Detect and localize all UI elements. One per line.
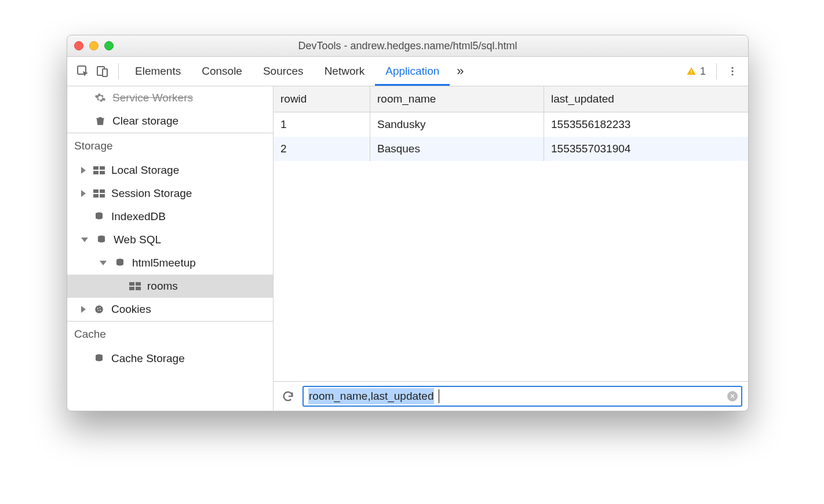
data-pane: rowid room_name last_updated 1 Sandusky …	[274, 86, 748, 411]
trash-icon	[94, 116, 107, 126]
table-icon	[93, 165, 105, 176]
sidebar-item-label: Cookies	[111, 303, 151, 316]
table-icon	[129, 281, 141, 291]
column-header-rowid[interactable]: rowid	[274, 86, 370, 112]
svg-rect-13	[100, 189, 105, 193]
query-selected-text: room_name,last_updated	[308, 388, 434, 404]
svg-point-5	[731, 67, 733, 69]
table-row[interactable]: 2 Basques 1553557031904	[274, 137, 748, 161]
tab-application[interactable]: Application	[375, 57, 450, 86]
database-icon	[93, 211, 105, 222]
table-icon	[93, 188, 105, 199]
text-caret	[439, 389, 439, 403]
zoom-window-button[interactable]	[104, 41, 114, 50]
warning-icon	[686, 66, 697, 76]
sql-query-input[interactable]: room_name,last_updated ✕	[302, 386, 742, 407]
sidebar-item-label: Web SQL	[114, 233, 161, 246]
svg-rect-11	[100, 171, 105, 174]
svg-rect-9	[100, 166, 105, 170]
gear-icon	[94, 93, 107, 103]
traffic-lights	[74, 41, 114, 50]
sidebar-item-local-storage[interactable]: Local Storage	[67, 159, 273, 182]
column-header-last-updated[interactable]: last_updated	[544, 86, 748, 112]
minimize-window-button[interactable]	[89, 41, 99, 50]
sidebar-item-websql[interactable]: Web SQL	[67, 228, 273, 251]
grid-header: rowid room_name last_updated	[274, 86, 748, 112]
svg-rect-15	[100, 194, 105, 198]
svg-point-24	[97, 308, 99, 309]
svg-rect-12	[93, 189, 99, 193]
warnings-count: 1	[700, 65, 706, 78]
close-window-button[interactable]	[74, 41, 83, 50]
sidebar-item-session-storage[interactable]: Session Storage	[67, 182, 273, 205]
svg-rect-21	[129, 287, 134, 290]
sidebar-item-indexeddb[interactable]: IndexedDB	[67, 205, 273, 228]
collapse-icon	[81, 238, 88, 242]
sidebar-item-label: Clear storage	[112, 115, 178, 127]
cell-last-updated: 1553557031904	[544, 137, 748, 161]
svg-rect-2	[103, 69, 107, 76]
sidebar-item-service-workers[interactable]: Service Workers	[67, 86, 273, 109]
sidebar-item-label: html5meetup	[132, 257, 196, 269]
svg-rect-8	[93, 166, 99, 170]
sidebar-item-label: Session Storage	[111, 187, 192, 200]
sidebar-item-websql-db[interactable]: html5meetup	[67, 251, 273, 275]
sidebar-item-cache-storage[interactable]: Cache Storage	[67, 347, 273, 370]
warnings-indicator[interactable]: 1	[686, 65, 706, 78]
expand-icon	[81, 306, 86, 313]
collapse-icon	[100, 261, 107, 265]
tab-sources[interactable]: Sources	[253, 57, 314, 86]
inspect-element-icon[interactable]	[73, 61, 93, 81]
refresh-icon	[282, 390, 294, 403]
tab-elements[interactable]: Elements	[125, 57, 191, 86]
query-bar: room_name,last_updated ✕	[274, 381, 748, 411]
refresh-button[interactable]	[279, 388, 297, 405]
cookie-icon	[93, 304, 105, 315]
expand-icon	[81, 190, 86, 197]
tab-separator-right	[716, 63, 717, 79]
sidebar-item-label: Local Storage	[111, 164, 179, 177]
svg-point-26	[100, 309, 101, 311]
svg-point-6	[731, 70, 733, 72]
application-sidebar: Service Workers Clear storage Storage	[67, 86, 274, 411]
column-header-room-name[interactable]: room_name	[370, 86, 544, 112]
svg-rect-19	[129, 282, 134, 286]
tab-network[interactable]: Network	[314, 57, 375, 86]
svg-rect-22	[136, 287, 141, 290]
svg-point-7	[731, 74, 733, 75]
sidebar-item-cookies[interactable]: Cookies	[67, 298, 273, 321]
section-cache: Cache	[67, 321, 273, 347]
device-toolbar-icon[interactable]	[93, 61, 112, 81]
svg-rect-14	[93, 194, 99, 198]
window-title: DevTools - andrew.hedges.name/html5/sql.…	[67, 40, 748, 52]
svg-rect-4	[691, 73, 692, 74]
sidebar-item-label: Cache Storage	[111, 352, 185, 365]
sidebar-item-websql-table[interactable]: rooms	[67, 275, 273, 298]
svg-point-23	[95, 305, 103, 313]
svg-point-27	[98, 310, 99, 311]
panel-tabs: Elements Console Sources Network Applica…	[67, 57, 748, 86]
clear-input-button[interactable]: ✕	[727, 391, 738, 401]
devtools-window: DevTools - andrew.hedges.name/html5/sql.…	[67, 35, 749, 411]
database-icon	[114, 258, 126, 268]
svg-rect-20	[136, 282, 141, 286]
sidebar-item-label: rooms	[147, 280, 178, 293]
section-storage: Storage	[67, 133, 273, 159]
svg-rect-3	[691, 70, 692, 72]
cell-rowid: 2	[274, 137, 370, 161]
database-icon	[93, 353, 105, 364]
database-icon	[95, 235, 108, 245]
sidebar-item-label: Service Workers	[112, 92, 193, 104]
more-options-icon[interactable]	[723, 61, 742, 81]
sql-table-grid: rowid room_name last_updated 1 Sandusky …	[274, 86, 748, 381]
table-row[interactable]: 1 Sandusky 1553556182233	[274, 112, 748, 137]
expand-icon	[81, 167, 86, 174]
tab-separator	[118, 63, 119, 79]
sidebar-item-label: IndexedDB	[111, 210, 166, 223]
cell-room-name: Sandusky	[370, 112, 544, 137]
sidebar-item-clear-storage[interactable]: Clear storage	[67, 109, 273, 133]
tabs-overflow-button[interactable]: »	[450, 57, 471, 86]
tab-console[interactable]: Console	[191, 57, 253, 86]
window-titlebar: DevTools - andrew.hedges.name/html5/sql.…	[67, 35, 748, 57]
cell-room-name: Basques	[370, 137, 544, 161]
